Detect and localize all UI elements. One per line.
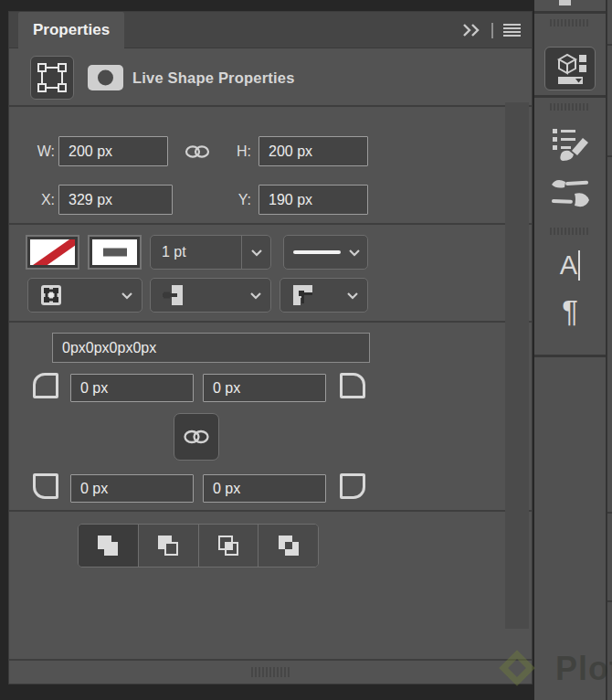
combine-shapes-button[interactable]: [79, 525, 139, 567]
clipped-panel-icon: [559, 0, 571, 5]
link-corner-radii-button[interactable]: [174, 413, 219, 461]
corner-top-left-input[interactable]: [70, 374, 194, 402]
dock-edge-sliver: [606, 0, 612, 700]
intersect-shapes-icon: [216, 533, 241, 558]
panel-title: Live Shape Properties: [132, 48, 295, 107]
corner-radius-combined-input[interactable]: [52, 333, 370, 363]
dock-item-paragraph[interactable]: ¶: [534, 293, 606, 330]
properties-panel: Properties: [9, 12, 532, 684]
appearance-section: 1 pt: [9, 225, 532, 323]
dock-group-properties: [534, 19, 606, 95]
height-label: H:: [218, 136, 251, 166]
x-input[interactable]: [58, 185, 173, 215]
corner-bottom-right-icon: [340, 473, 365, 499]
dock-gripper-icon[interactable]: [550, 103, 590, 111]
stroke-color-swatch[interactable]: [88, 235, 142, 270]
transform-section: W: H: X: Y:: [9, 107, 532, 225]
dock-group-empty: [534, 357, 606, 700]
chevron-down-icon: [241, 236, 270, 269]
chevron-down-icon: [338, 292, 367, 300]
fill-color-swatch[interactable]: [26, 235, 79, 270]
exclude-overlap-icon: [276, 533, 301, 558]
solid-line-icon: [284, 249, 341, 255]
chevron-down-icon: [341, 249, 367, 257]
dock-item-brushes[interactable]: [534, 173, 606, 213]
stroke-corners-combo[interactable]: [280, 278, 368, 313]
dock-group-brushes-type: A ¶: [534, 103, 606, 355]
dock-group-top: [534, 0, 606, 11]
pathfinder-section: [9, 512, 532, 587]
resize-gripper-icon: [251, 667, 290, 677]
corner-top-right-icon: [340, 373, 365, 398]
stroke-cap-icon: [151, 283, 241, 307]
link-dimensions-icon[interactable]: [184, 140, 211, 164]
paragraph-panel-icon: ¶: [562, 294, 578, 329]
subtract-front-shape-button[interactable]: [139, 525, 199, 567]
dock-item-brush-settings[interactable]: [534, 122, 606, 164]
panel-header: Live Shape Properties: [9, 48, 532, 107]
subtract-front-shape-icon: [155, 533, 181, 558]
corner-top-left-icon: [33, 373, 58, 398]
live-shape-icon: [87, 64, 124, 91]
transform-tool-button[interactable]: [30, 56, 74, 100]
collapse-panel-icon[interactable]: [461, 22, 481, 38]
pathfinder-group: [78, 524, 319, 567]
dock-gripper-icon[interactable]: [550, 228, 590, 235]
stroke-corner-icon: [280, 283, 338, 307]
height-input[interactable]: [259, 136, 368, 166]
width-label: W:: [22, 136, 55, 166]
brushes-icon: [549, 175, 591, 210]
exclude-overlap-button[interactable]: [259, 525, 318, 567]
properties-panel-icon: [552, 51, 588, 86]
brush-settings-icon: [550, 122, 590, 163]
menu-divider: [491, 23, 493, 38]
y-input[interactable]: [259, 185, 368, 215]
character-panel-icon: A: [560, 250, 580, 281]
stroke-align-icon: [28, 283, 112, 307]
panel-resize-bar[interactable]: [9, 659, 532, 684]
dock-item-character[interactable]: A: [534, 248, 606, 282]
panel-tab-bar: Properties: [9, 12, 532, 48]
intersect-shapes-button[interactable]: [199, 525, 259, 567]
y-label: Y:: [218, 185, 251, 215]
dock-gripper-icon[interactable]: [550, 19, 590, 27]
chevron-down-icon: [241, 292, 270, 300]
corner-bottom-left-icon: [33, 473, 58, 499]
panel-options-menu-icon[interactable]: [503, 24, 521, 37]
panel-scrollbar[interactable]: [505, 102, 529, 629]
stroke-width-value: 1 pt: [151, 244, 241, 260]
stroke-align-combo[interactable]: [27, 278, 142, 313]
corner-bottom-left-input[interactable]: [70, 474, 194, 503]
no-fill-icon: [30, 239, 75, 265]
stroke-width-combo[interactable]: 1 pt: [150, 235, 271, 270]
x-label: X:: [22, 185, 55, 215]
combine-shapes-icon: [95, 533, 121, 558]
tab-properties[interactable]: Properties: [18, 12, 124, 48]
dock-item-properties[interactable]: [544, 47, 596, 90]
panel-dock: A ¶: [534, 0, 606, 700]
corner-radius-section: [9, 323, 532, 512]
corner-top-right-input[interactable]: [203, 374, 326, 402]
transform-bounds-icon: [37, 62, 68, 93]
stroke-caps-combo[interactable]: [150, 278, 271, 313]
corner-bottom-right-input[interactable]: [203, 474, 326, 503]
width-input[interactable]: [58, 136, 168, 166]
panel-menu: [461, 12, 521, 48]
chevron-down-icon: [112, 292, 142, 300]
stroke-style-combo[interactable]: [283, 235, 368, 270]
stroke-swatch-icon: [92, 239, 137, 265]
